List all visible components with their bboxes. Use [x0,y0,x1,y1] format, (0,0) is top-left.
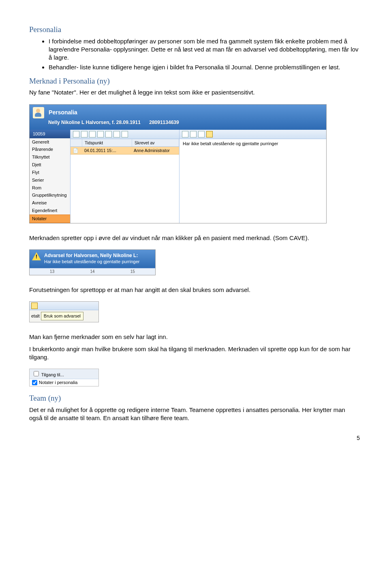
new-icon[interactable] [182,131,188,137]
list-header: Tidspunkt Skrevet av [71,139,179,147]
row-tidspunkt: 04.01.2011 15:... [82,147,131,154]
sidebar-item-notater[interactable]: Notater [30,215,70,223]
sidebar-item-djett[interactable]: Djett [30,161,70,169]
bullet-item: Behandler- liste kunne tidligere henge i… [49,63,360,71]
delete-icon[interactable] [97,131,104,137]
ruler: 13 14 15 [30,268,155,275]
popup-header: Advarsel for Halvorsen, Nelly Nikoline L… [30,250,155,268]
warning-icon[interactable] [31,303,38,309]
body-paragraph: Man kan fjerne merknader som en selv har… [29,333,360,341]
row-author: Anne Administrator [131,147,179,154]
sidebar-item-flyt[interactable]: Flyt [30,169,70,176]
sidebar-item-gruppe[interactable]: Gruppetilknytning [30,191,70,199]
ruler-mark: 15 [130,269,135,275]
heading-merknad: Merknad i Personalia (ny) [29,76,360,86]
body-paragraph: I brukerkonto angir man hvilke brukere s… [29,345,360,362]
sidebar-item-avreise[interactable]: Avreise [30,199,70,207]
personalia-bullets: I forbindelse med dobbeltoppføringer av … [29,37,360,72]
tooltip-toolbar [30,302,98,310]
warning-icon[interactable] [206,131,213,137]
sidebar-tab[interactable]: 10059 [30,130,70,138]
sidebar-item-egendefinert[interactable]: Egendefinert [30,207,70,215]
team-body: Det er nå mulighet for å opprette og red… [29,406,360,423]
tooltip-snippet: etalt Bruk som advarsel [29,301,99,322]
person-icon [33,107,44,118]
heading-team: Team (ny) [29,393,360,403]
sidebar-item-tilknyttet[interactable]: Tilknyttet [30,153,70,161]
tooltip-row: etalt Bruk som advarsel [30,310,98,322]
patient-id: 28091134639 [149,119,179,126]
warning-triangle-icon [32,252,41,261]
row-icon: 📄 [71,147,82,154]
save-icon[interactable] [190,131,197,137]
refresh-icon[interactable] [113,131,120,137]
body-paragraph: Merknaden spretter opp i øvre del av vin… [29,234,360,242]
checklist-header: Tilgang til... [30,369,98,379]
checklist-item[interactable]: Notater i personalia [30,379,98,386]
sidebar-item-rom[interactable]: Rom [30,184,70,192]
checklist-header-label: Tilgang til... [41,372,64,377]
sidebar-item-serier[interactable]: Serier [30,176,70,184]
warning-popup: Advarsel for Halvorsen, Nelly Nikoline L… [29,249,156,275]
ruler-mark: 13 [50,269,54,275]
delete-icon[interactable] [198,131,205,137]
checkbox-notater[interactable] [32,380,37,385]
window-title: Personalia [49,109,77,116]
print-icon[interactable] [105,131,112,137]
patient-name: Nelly Nikoline L Halvorsen, f. 28.09.191… [48,120,141,125]
col-skrevetav[interactable]: Skrevet av [132,139,179,146]
list-row[interactable]: 📄 04.01.2011 15:... Anne Administrator [71,147,179,155]
merknad-intro: Ny fane "Notater". Her er det mulighet å… [29,88,360,97]
popup-title: Advarsel for Halvorsen, Nelly Nikoline L… [44,252,152,259]
page-number: 5 [29,434,360,442]
checklist-item-label: Notater i personalia [39,380,77,386]
note-text[interactable]: Har ikke betalt utestående og gjentatte … [180,139,326,148]
heading-personalia: Personalia [29,24,360,35]
tooltip-bubble: Bruk som advarsel [41,312,83,320]
content-toolbar [180,130,326,139]
note-content-column: Har ikke betalt utestående og gjentatte … [180,130,326,223]
new-icon[interactable] [73,131,79,137]
bullet-item: I forbindelse med dobbeltoppføringer av … [49,37,360,62]
body-paragraph: Forutsetningen for sprettopp er at man h… [29,286,360,294]
save-icon[interactable] [81,131,88,137]
window-subtitle: Nelly Nikoline L Halvorsen, f. 28.09.191… [48,119,323,126]
text-icon[interactable] [89,131,96,137]
popup-body: Har ikke betalt utestående og gjentatte … [44,259,152,265]
personalia-window: Personalia Nelly Nikoline L Halvorsen, f… [29,104,327,223]
sidebar: 10059 Generelt Pårørende Tilknyttet Djet… [30,130,71,223]
access-checklist: Tilgang til... Notater i personalia [29,369,99,386]
titlebar: Personalia Nelly Nikoline L Halvorsen, f… [30,105,326,130]
notes-list-column: Tidspunkt Skrevet av 📄 04.01.2011 15:...… [71,130,180,223]
truncated-text: etalt [31,313,40,318]
ruler-mark: 14 [90,269,94,275]
sidebar-item-generelt[interactable]: Generelt [30,138,70,146]
export-icon[interactable] [122,131,128,137]
sidebar-item-parorende[interactable]: Pårørende [30,146,70,153]
col-tidspunkt[interactable]: Tidspunkt [82,139,132,146]
col-icon [71,139,82,146]
list-toolbar [71,130,179,139]
checkbox-header[interactable] [34,371,39,376]
